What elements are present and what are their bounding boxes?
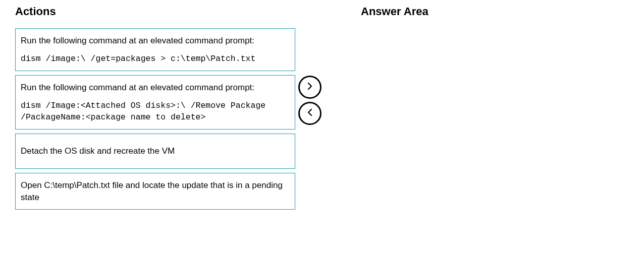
action-command-text: dism /image:\ /get=packages > c:\temp\Pa… <box>21 53 290 65</box>
action-item[interactable]: Run the following command at an elevated… <box>15 28 295 71</box>
action-lead-text: Run the following command at an elevated… <box>21 35 290 47</box>
answer-area-column: Answer Area <box>361 5 428 250</box>
action-text: Open C:\temp\Patch.txt file and locate t… <box>21 179 290 204</box>
actions-heading: Actions <box>15 5 295 18</box>
actions-column: Actions Run the following command at an … <box>15 5 295 250</box>
move-right-button[interactable] <box>298 76 321 99</box>
move-left-button[interactable] <box>298 102 321 125</box>
action-text: Detach the OS disk and recreate the VM <box>21 145 290 157</box>
answer-area-heading: Answer Area <box>361 5 428 18</box>
action-command-text: dism /Image:<Attached OS disks>:\ /Remov… <box>21 100 290 123</box>
drag-drop-container: Actions Run the following command at an … <box>15 5 629 250</box>
action-lead-text: Run the following command at an elevated… <box>21 82 290 94</box>
chevron-right-icon <box>305 82 314 93</box>
action-item[interactable]: Run the following command at an elevated… <box>15 75 295 130</box>
action-item[interactable]: Open C:\temp\Patch.txt file and locate t… <box>15 173 295 210</box>
action-item[interactable]: Detach the OS disk and recreate the VM <box>15 134 295 169</box>
chevron-left-icon <box>305 108 314 119</box>
move-buttons-group <box>298 76 321 125</box>
